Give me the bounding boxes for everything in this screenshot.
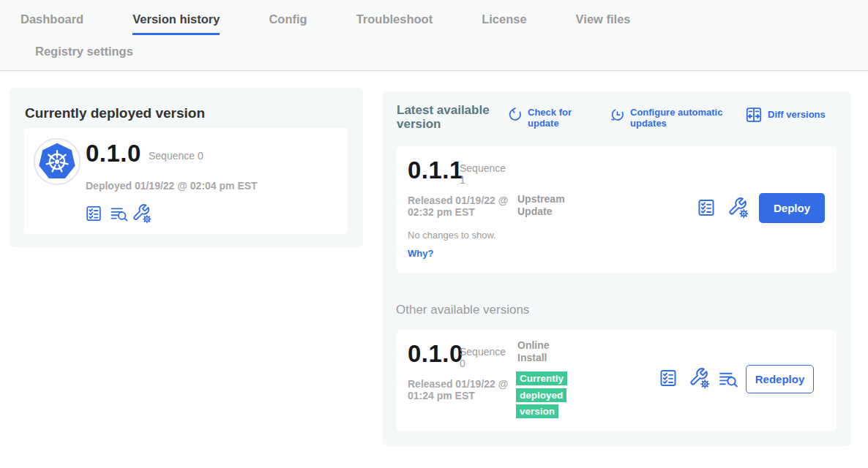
check-for-update-label: Check for update <box>528 107 588 129</box>
latest-version-row: 0.1.1 Sequence 1 Released 01/19/22 @ 02:… <box>397 146 837 273</box>
settings-wrench-icon[interactable] <box>689 367 711 389</box>
latest-version-number: 0.1.1 <box>408 156 463 184</box>
changes-note: No changes to show. <box>408 230 496 241</box>
tab-registry-settings[interactable]: Registry settings <box>35 45 133 67</box>
checklist-icon[interactable] <box>85 205 102 222</box>
latest-sequence: Sequence 1 <box>460 162 509 186</box>
refresh-icon <box>507 107 523 122</box>
deployed-sequence: Sequence 0 <box>149 150 203 162</box>
diff-icon <box>745 106 763 124</box>
logs-icon[interactable] <box>109 205 130 222</box>
currently-deployed-badge-wrap: Currently deployed version <box>516 371 575 420</box>
secondary-tabs: Registry settings <box>35 45 133 67</box>
kubernetes-logo-icon <box>33 137 81 186</box>
primary-tabs: Dashboard Version history Config Trouble… <box>20 12 631 35</box>
deployed-version-number: 0.1.0 <box>86 140 141 167</box>
other-version-row: 0.1.0 Sequence 0 Released 01/19/22 @ 01:… <box>397 330 837 431</box>
update-actions: Check for update Configure automatic upd… <box>383 91 851 135</box>
configure-automatic-updates-label: Configure automatic updates <box>630 107 727 129</box>
deployed-timestamp: Deployed 01/19/22 @ 02:04 pm EST <box>86 180 258 192</box>
tab-view-files[interactable]: View files <box>576 12 631 35</box>
currently-deployed-badge: Currently deployed version <box>516 371 567 418</box>
currently-deployed-card: Currently deployed version 0.1.0 Sequenc… <box>10 88 363 247</box>
latest-available-card: Latest available version Check for updat… <box>383 91 851 446</box>
settings-wrench-icon[interactable] <box>727 197 749 219</box>
other-released-timestamp: Released 01/19/22 @ 01:24 pm EST <box>408 378 534 401</box>
redeploy-button[interactable]: Redeploy <box>746 365 814 393</box>
tab-config[interactable]: Config <box>269 12 307 35</box>
other-sequence: Sequence 0 <box>460 346 509 369</box>
checklist-icon[interactable] <box>659 369 678 388</box>
diff-versions-link[interactable]: Diff versions <box>745 109 826 124</box>
why-link[interactable]: Why? <box>408 248 433 259</box>
logs-icon[interactable] <box>717 370 740 388</box>
other-versions-title: Other available versions <box>396 303 529 317</box>
deploy-button[interactable]: Deploy <box>759 193 825 223</box>
tab-troubleshoot[interactable]: Troubleshoot <box>356 12 433 35</box>
version-history-page: Dashboard Version history Config Trouble… <box>0 0 868 468</box>
other-version-number: 0.1.0 <box>408 340 463 368</box>
tab-dashboard[interactable]: Dashboard <box>20 12 83 35</box>
auto-update-icon <box>610 107 625 122</box>
configure-automatic-updates-link[interactable]: Configure automatic updates <box>610 107 727 129</box>
tab-license[interactable]: License <box>482 12 526 35</box>
top-navigation: Dashboard Version history Config Trouble… <box>0 0 868 71</box>
checklist-icon[interactable] <box>697 198 716 217</box>
latest-source: Upstream Update <box>517 193 583 218</box>
latest-released-timestamp: Released 01/19/22 @ 02:32 pm EST <box>408 195 534 218</box>
deployed-card-title: Currently deployed version <box>25 105 205 121</box>
deployed-version-panel: 0.1.0 Sequence 0 Deployed 01/19/22 @ 02:… <box>24 128 348 234</box>
settings-wrench-icon[interactable] <box>132 203 152 224</box>
other-source: Online Install <box>517 339 561 364</box>
check-for-update-link[interactable]: Check for update <box>507 107 588 129</box>
diff-versions-label: Diff versions <box>768 109 826 120</box>
tab-version-history[interactable]: Version history <box>132 12 220 35</box>
